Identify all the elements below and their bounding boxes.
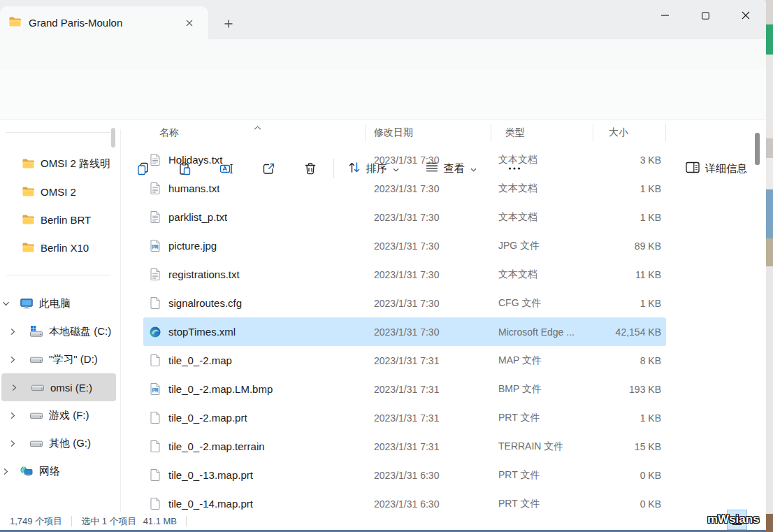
pane-splitter[interactable] [120, 129, 121, 512]
file-size: 15 KB [593, 441, 666, 452]
file-size: 193 KB [593, 384, 666, 395]
status-divider [186, 516, 187, 526]
table-row[interactable]: humans.txt 2023/1/31 7:30 文本文档 1 KB [143, 174, 666, 203]
file-size: 11 KB [593, 269, 666, 280]
sidebar-item-label: 游戏 (F:) [49, 409, 89, 422]
file-type: 文本文档 [491, 182, 593, 195]
sidebar-item-folder[interactable]: Berlin BRT [0, 206, 119, 233]
sidebar-item-label: omsi (E:) [50, 382, 92, 394]
table-row[interactable]: tile_0_-2.map.terrain 2023/1/31 7:31 TER… [143, 432, 666, 461]
file-name: tile_0_-2.map.prt [168, 412, 247, 424]
chevron-collapsed-icon[interactable] [3, 468, 8, 475]
file-name: humans.txt [168, 182, 219, 194]
table-row[interactable]: tile_0_-2.map.LM.bmp 2023/1/31 7:31 BMP … [143, 375, 666, 403]
table-row[interactable]: stopTimes.xml 2023/1/31 7:30 Microsoft E… [143, 317, 666, 346]
file-name: tile_0_-14.map.prt [168, 498, 253, 510]
folder-icon [22, 243, 34, 252]
column-header-date[interactable]: 修改日期 [366, 124, 491, 142]
maximize-button[interactable] [685, 0, 725, 31]
sidebar-item-label: 本地磁盘 (C:) [49, 325, 111, 338]
sidebar-item-this-pc[interactable]: 此电脑 [0, 289, 119, 317]
sidebar-item-drive[interactable]: omsi (E:) [1, 373, 116, 401]
file-date: 2023/1/31 7:30 [366, 183, 491, 194]
file-type: MAP 文件 [491, 354, 593, 367]
sort-ascending-caret-icon [254, 120, 261, 133]
file-size: 1 KB [593, 412, 666, 424]
chevron-collapsed-icon[interactable] [10, 412, 15, 419]
table-row[interactable]: picture.jpg 2023/1/31 7:30 JPG 文件 89 KB [143, 231, 666, 260]
chevron-collapsed-icon[interactable] [12, 384, 17, 391]
tab-title: Grand Paris-Moulon [29, 17, 122, 29]
new-tab-button[interactable] [219, 15, 238, 33]
sidebar-item-folder[interactable]: Berlin X10 [0, 233, 119, 261]
plain-file-icon [149, 498, 161, 510]
table-row[interactable]: tile_0_-13.map.prt 2023/1/31 6:30 PRT 文件… [143, 461, 666, 489]
sidebar-item-label: OMSI 2 路线明细 [41, 157, 110, 171]
file-size: 89 KB [593, 240, 666, 252]
window-controls [644, 0, 766, 34]
chevron-collapsed-icon[interactable] [10, 356, 15, 364]
file-name: parklist_p.txt [168, 211, 227, 223]
minimize-button[interactable] [644, 0, 685, 31]
sidebar-item-drive[interactable]: "学习" (D:) [0, 345, 119, 373]
text-file-icon [149, 268, 161, 280]
chevron-expanded-icon[interactable] [3, 300, 8, 308]
sidebar-item-label: 其他 (G:) [49, 437, 91, 450]
table-row[interactable]: tile_0_-2.map 2023/1/31 7:31 MAP 文件 8 KB [143, 346, 666, 375]
sidebar-item-drive[interactable]: 本地磁盘 (C:) [0, 317, 119, 345]
text-file-icon [149, 182, 161, 194]
sidebar-item-folder[interactable]: OMSI 2 [0, 178, 119, 206]
file-size: 1 KB [593, 212, 666, 223]
file-type: CFG 文件 [491, 297, 593, 310]
sidebar-item-label: 此电脑 [39, 297, 71, 310]
tab-close-icon[interactable] [180, 14, 198, 32]
image-file-icon [149, 240, 161, 252]
file-date: 2023/1/31 7:30 [366, 240, 491, 252]
table-row[interactable]: Holidays.txt 2023/1/31 7:30 文本文档 3 KB [143, 145, 666, 174]
chevron-collapsed-icon[interactable] [10, 328, 15, 336]
table-row[interactable]: registrations.txt 2023/1/31 7:30 文本文档 11… [143, 260, 666, 289]
file-list: 名称 修改日期 类型 大小 Holidays.txt 2023/1/31 7:3… [143, 120, 666, 512]
file-name: tile_0_-2.map.terrain [168, 440, 265, 452]
sidebar-item-label: Berlin BRT [41, 214, 91, 226]
drive-icon [30, 411, 43, 419]
plain-file-icon [149, 440, 161, 452]
drive-icon [30, 439, 43, 447]
plain-file-icon [149, 412, 161, 424]
tab-grand-paris-moulon[interactable]: Grand Paris-Moulon [0, 6, 208, 39]
status-bar: 1,749 个项目 选中 1 个项目 41.1 MB [0, 512, 766, 530]
details-pane-label: 详细信息 [705, 162, 747, 175]
plain-file-icon [149, 297, 161, 309]
table-row[interactable]: signalroutes.cfg 2023/1/31 7:30 CFG 文件 1… [143, 289, 666, 317]
folder-icon [22, 215, 34, 224]
sidebar-item-drive[interactable]: 游戏 (F:) [0, 401, 119, 429]
windows-drive-icon [30, 326, 43, 337]
sidebar-scrollbar-thumb[interactable] [111, 128, 115, 148]
file-size: 1 KB [593, 183, 666, 194]
sidebar-item-label: 网络 [39, 465, 60, 478]
details-pane-icon [686, 161, 700, 176]
drive-icon [31, 383, 44, 391]
file-type: 文本文档 [491, 154, 593, 166]
file-date: 2023/1/31 7:31 [366, 412, 491, 424]
table-row[interactable]: parklist_p.txt 2023/1/31 7:30 文本文档 1 KB [143, 203, 666, 231]
file-date: 2023/1/31 7:30 [366, 212, 491, 223]
column-header-size[interactable]: 大小 [593, 124, 666, 142]
sidebar-item-drive[interactable]: 其他 (G:) [0, 429, 119, 457]
file-name: tile_0_-2.map [168, 354, 232, 366]
selection-count: 选中 1 个项目 [81, 515, 136, 528]
sidebar-item-network[interactable]: 网络 [0, 457, 119, 485]
file-date: 2023/1/31 6:30 [366, 470, 491, 481]
list-scrollbar-thumb[interactable] [755, 133, 760, 165]
sidebar-item-folder[interactable]: OMSI 2 路线明细 [0, 150, 119, 178]
file-name: tile_0_-2.map.LM.bmp [168, 383, 273, 395]
details-pane-button[interactable]: 详细信息 [679, 154, 753, 182]
column-header-type[interactable]: 类型 [491, 124, 593, 142]
folder-icon [22, 187, 34, 196]
table-row[interactable]: tile_0_-2.map.prt 2023/1/31 7:31 PRT 文件 … [143, 403, 666, 432]
file-type: TERRAIN 文件 [491, 440, 593, 453]
chevron-collapsed-icon[interactable] [10, 440, 15, 447]
file-explorer-window: Grand Paris-Moulon [0, 0, 766, 532]
navigation-pane: OMSI 2 路线明细 OMSI 2 Berlin BRT Berlin X10… [0, 120, 119, 512]
close-button[interactable] [725, 0, 766, 31]
